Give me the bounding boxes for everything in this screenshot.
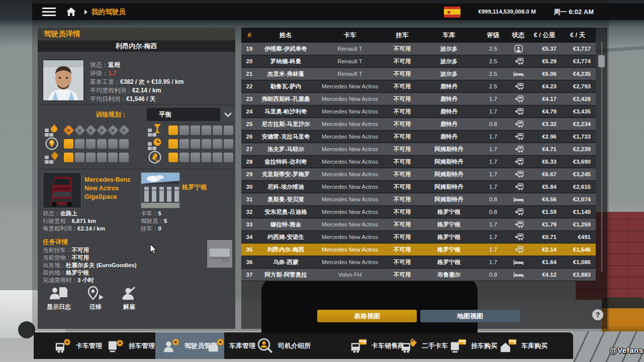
header-rating[interactable]: 评级 — [479, 31, 507, 40]
nav-garage-purchase[interactable]: 车库购买 — [499, 332, 547, 359]
cell-num: 36 — [241, 259, 257, 265]
breadcrumb[interactable]: 我的驾驶员 — [91, 8, 126, 17]
cell-per-day: €4,235 — [560, 71, 596, 77]
menu-icon[interactable] — [42, 6, 56, 18]
cell-status — [507, 208, 529, 215]
header-per-day[interactable]: € / 天 — [560, 31, 596, 40]
nav-truck-management[interactable]: 卡车管理 — [54, 332, 102, 359]
table-row[interactable]: 20罗纳德-科曼Renault T不可用波尔多2.5€5.29€3,774 — [241, 55, 596, 68]
bottom-nav-bar: 卡车管理 挂车管理 驾驶员管理 车库管理 司机介绍所 — [34, 332, 573, 359]
cell-num: 33 — [241, 221, 257, 227]
skill-row-high-value[interactable] — [44, 151, 129, 163]
cell-per-day: €2,793 — [560, 83, 596, 89]
cell-status — [507, 95, 529, 102]
status-resting-icon — [513, 71, 524, 77]
cell-status — [507, 233, 529, 240]
header-num[interactable]: # — [241, 32, 257, 39]
training-plan-dropdown[interactable]: 平衡 — [147, 108, 220, 121]
table-row[interactable]: 34约西姆-安诺生Mercedes New Actros不可用格罗宁根1.7€0… — [241, 231, 596, 244]
map-view-button[interactable]: 地图视图 — [420, 310, 520, 322]
table-scrollbar-track[interactable] — [601, 42, 602, 272]
cell-name: 阿方斯-阿雷奥拉 — [257, 271, 314, 279]
cell-per-km: €4.12 — [529, 272, 560, 278]
cell-garage: 阿姆斯特丹 — [419, 158, 479, 166]
money-balance: €999,114,539,008.0 M — [470, 9, 545, 15]
truck-thumbnail[interactable] — [43, 172, 81, 208]
cell-trailer: 不可用 — [386, 221, 419, 228]
skill-row-fragile[interactable] — [147, 124, 233, 136]
skill-row-urgent[interactable] — [147, 138, 233, 150]
cell-rating: 2.5 — [479, 46, 507, 52]
table-row[interactable]: 23弗朗西斯科-孔塞桑Mercedes New Actros不可用鹿特丹1.7€… — [241, 93, 596, 105]
table-row[interactable]: 35利昂内尔-梅西Mercedes New Actros不可用格罗宁根1.7€2… — [241, 244, 596, 256]
table-row[interactable]: 19伊维察-伊武希奇Renault T不可用波尔多2.5€5.37€3,717 — [241, 43, 596, 55]
status-resting-icon — [513, 196, 524, 203]
table-row[interactable]: 24马里奥-帕沙利奇Mercedes New Actros不可用鹿特丹1.7€4… — [241, 105, 596, 118]
skill-row-eco[interactable] — [147, 151, 233, 163]
panel-title: 驾驶员详情 — [38, 28, 235, 41]
garage-name[interactable]: 格罗宁根 — [182, 183, 207, 192]
nav-trailer-management[interactable]: 挂车管理 — [107, 332, 155, 359]
home-button[interactable] — [66, 7, 76, 17]
table-row[interactable]: 33穆拉特-雅金Mercedes New Actros不可用格罗宁根1.7€1.… — [241, 218, 596, 231]
cell-truck: Mercedes New Actros — [314, 146, 386, 152]
nav-used-trucks[interactable]: 二手卡车 — [400, 332, 448, 359]
header-name[interactable]: 姓名 — [257, 31, 314, 40]
table-row[interactable]: 22勒鲁瓦-萨内Mercedes New Actros不可用鹿特丹2.5€4.2… — [241, 80, 596, 93]
cell-per-km: €4.71 — [529, 146, 560, 152]
skill-level-cell — [86, 139, 96, 149]
header-status[interactable]: 状态 — [507, 31, 529, 40]
cell-truck: Mercedes New Actros — [314, 209, 386, 215]
table-row[interactable]: 25尼古拉斯-马里沙尔Mercedes New Actros不可用鹿特丹0.8€… — [241, 118, 596, 131]
task-from-line: 出发地：杜塞尔多夫 (EuroGoodies) — [43, 262, 137, 269]
skill-level-cell — [168, 126, 178, 135]
table-scrollbar-thumb[interactable] — [598, 55, 605, 67]
table-row[interactable]: 27洛夫罗-马耶尔Mercedes New Actros不可用阿姆斯特丹1.7€… — [241, 143, 596, 156]
trailer-placeholder-thumbnail — [207, 240, 232, 268]
show-log-button[interactable]: 显示日志 — [43, 286, 75, 311]
cell-per-day: €2,234 — [560, 121, 596, 127]
nav-driver-agency[interactable]: 司机介绍所 — [256, 332, 311, 359]
cell-name: 伊维察-伊武希奇 — [257, 45, 314, 53]
skill-level-cell — [75, 153, 84, 162]
table-row[interactable]: 30尼科-埃尔维迪Mercedes New Actros不可用阿姆斯特丹1.7€… — [241, 181, 596, 193]
cell-status — [507, 71, 529, 77]
table-view-button[interactable]: 表格视图 — [317, 310, 417, 322]
cell-trailer: 不可用 — [386, 146, 419, 153]
table-row[interactable]: 28兹拉特科-达利奇Mercedes New Actros不可用阿姆斯特丹1.7… — [241, 156, 596, 168]
cell-per-km: €2.96 — [529, 134, 560, 140]
table-row[interactable]: 31奥斯曼-登贝莱Mercedes New Actros不可用阿姆斯特丹0.8€… — [241, 193, 596, 206]
table-row[interactable]: 37阿方斯-阿雷奥拉Volvo FH不可用布鲁塞尔0.8€4.12€2,883 — [241, 269, 596, 281]
skill-level-cell — [118, 125, 129, 136]
cell-rating: 0.8 — [479, 209, 507, 215]
skill-row-adr[interactable] — [44, 124, 129, 136]
migrate-button[interactable]: 迁移 — [79, 286, 112, 311]
nav-truck-dealer[interactable]: 卡车销售商 — [349, 332, 404, 359]
table-row[interactable]: 32安东尼奥-吕迪格Mercedes New Actros不可用格罗宁根0.8€… — [241, 206, 596, 218]
table-row[interactable]: 26安德雷-克拉马里奇Mercedes New Actros不可用鹿特丹1.7€… — [241, 131, 596, 143]
truck-name[interactable]: Mercedes-Benz New Actros GigaSpace — [84, 176, 141, 201]
table-row[interactable]: 29克里斯蒂安-罗梅罗Mercedes New Actros不可用阿姆斯特丹1.… — [241, 168, 596, 181]
skill-row-long-distance[interactable] — [44, 138, 129, 150]
cell-trailer: 不可用 — [386, 83, 419, 90]
cell-num: 34 — [241, 234, 257, 240]
dropdown-toggle-button[interactable] — [222, 108, 234, 121]
cell-trailer: 不可用 — [386, 171, 419, 178]
dismiss-button[interactable]: 解雇 — [113, 286, 145, 311]
help-button[interactable]: ? — [592, 309, 603, 320]
nav-trailer-purchase[interactable]: 挂车购买 — [449, 332, 497, 359]
header-per-km[interactable]: € / 公里 — [529, 31, 560, 40]
nav-garage-management[interactable]: 车库管理 — [207, 332, 255, 359]
cell-rating: 1.7 — [479, 146, 507, 152]
header-garage[interactable]: 车库 — [419, 31, 479, 40]
table-row[interactable]: 36乌奈-西蒙Mercedes New Actros不可用格罗宁根1.7€1.6… — [241, 256, 596, 269]
garage-thumbnail[interactable] — [141, 172, 180, 208]
cell-per-km: €6.33 — [529, 159, 560, 165]
table-row[interactable]: 21杰里米-弗林蓬Renault T不可用波尔多2.5€6.06€4,235 — [241, 68, 596, 80]
header-trailer[interactable]: 挂车 — [386, 31, 419, 40]
skill-level-cell — [224, 126, 233, 135]
cell-rating: 2.5 — [479, 83, 507, 89]
header-truck[interactable]: 卡车 — [314, 31, 386, 40]
status-driving-icon — [513, 83, 524, 90]
cell-garage: 波尔多 — [419, 70, 479, 78]
